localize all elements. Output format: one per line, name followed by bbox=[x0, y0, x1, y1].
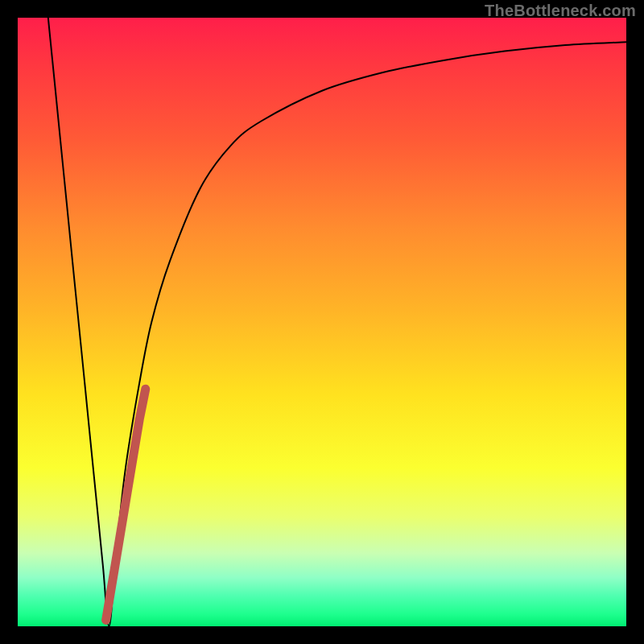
watermark-text: TheBottleneck.com bbox=[485, 2, 636, 20]
plot-area bbox=[18, 18, 626, 626]
chart-frame: TheBottleneck.com bbox=[0, 0, 644, 644]
